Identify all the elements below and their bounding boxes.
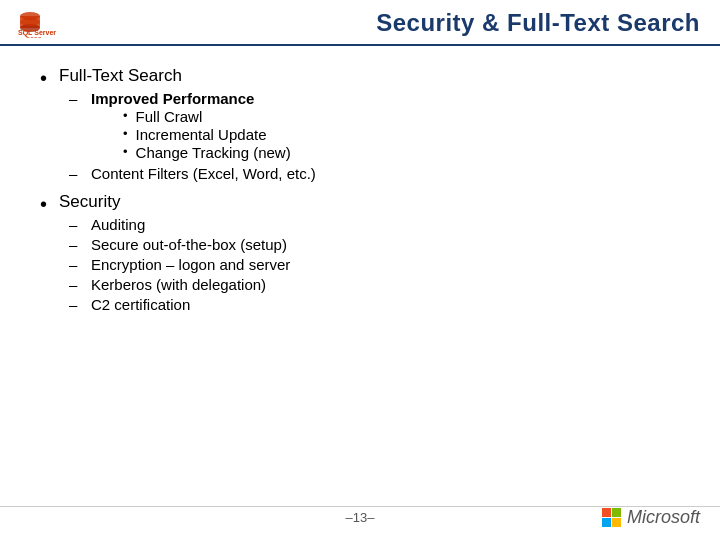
sub-item-improved-perf-content: Improved Performance • Full Crawl • Incr…: [91, 90, 291, 162]
auditing-label: Auditing: [91, 216, 145, 233]
dash-icon-4: –: [69, 236, 83, 253]
header: SQL Server 2000 Security & Full-Text Sea…: [0, 0, 720, 46]
microsoft-label: Microsoft: [627, 507, 700, 528]
bullet-2-content: Security – Auditing – Secure out-of-the-…: [59, 192, 680, 315]
change-tracking-label: Change Tracking (new): [136, 144, 291, 161]
sub-sub-change-tracking: • Change Tracking (new): [123, 144, 291, 161]
microsoft-squares-icon: [602, 508, 621, 527]
sub-item-secure-ootb: – Secure out-of-the-box (setup): [69, 236, 680, 253]
bullet-1-label: Full-Text Search: [59, 66, 680, 86]
bullet-2-dot: •: [40, 194, 47, 214]
bullet-1-dot: •: [40, 68, 47, 88]
sub-item-kerberos: – Kerberos (with delegation): [69, 276, 680, 293]
improved-performance-label: Improved Performance: [91, 90, 254, 107]
ms-square-blue: [602, 518, 611, 527]
footer: –13– Microsoft: [0, 506, 720, 528]
c2-label: C2 certification: [91, 296, 190, 313]
sub-sub-dot-2: •: [123, 126, 128, 141]
bullet-2-label: Security: [59, 192, 680, 212]
incremental-update-label: Incremental Update: [136, 126, 267, 143]
secure-ootb-label: Secure out-of-the-box (setup): [91, 236, 287, 253]
page-number: –13–: [247, 510, 474, 525]
kerberos-label: Kerberos (with delegation): [91, 276, 266, 293]
sub-sub-dot-3: •: [123, 144, 128, 159]
bullet-1: • Full-Text Search – Improved Performanc…: [40, 66, 680, 184]
dash-icon-2: –: [69, 165, 83, 182]
sub-item-encryption: – Encryption – logon and server: [69, 256, 680, 273]
dash-icon-5: –: [69, 256, 83, 273]
main-content: • Full-Text Search – Improved Performanc…: [0, 46, 720, 343]
bullet-2: • Security – Auditing – Secure out-of-th…: [40, 192, 680, 315]
sub-sub-full-crawl: • Full Crawl: [123, 108, 291, 125]
page-title: Security & Full-Text Search: [376, 9, 700, 37]
sub-sub-dot-1: •: [123, 108, 128, 123]
sub-sub-incremental-update: • Incremental Update: [123, 126, 291, 143]
dash-icon-1: –: [69, 90, 83, 107]
full-crawl-label: Full Crawl: [136, 108, 203, 125]
sub-item-improved-perf: – Improved Performance • Full Crawl • In…: [69, 90, 680, 162]
sub-item-c2: – C2 certification: [69, 296, 680, 313]
content-filters-label: Content Filters (Excel, Word, etc.): [91, 165, 316, 182]
sub-item-content-filters: – Content Filters (Excel, Word, etc.): [69, 165, 680, 182]
ms-square-yellow: [612, 518, 621, 527]
svg-point-3: [20, 18, 40, 26]
dash-icon-6: –: [69, 276, 83, 293]
dash-icon-7: –: [69, 296, 83, 313]
svg-text:2000: 2000: [26, 36, 42, 38]
sub-item-auditing: – Auditing: [69, 216, 680, 233]
encryption-label: Encryption – logon and server: [91, 256, 290, 273]
bullet-1-content: Full-Text Search – Improved Performance …: [59, 66, 680, 184]
ms-square-red: [602, 508, 611, 517]
ms-square-green: [612, 508, 621, 517]
dash-icon-3: –: [69, 216, 83, 233]
logo-area: SQL Server 2000: [16, 8, 64, 38]
microsoft-logo: Microsoft: [473, 507, 700, 528]
sql-server-logo-icon: SQL Server 2000: [16, 8, 64, 38]
